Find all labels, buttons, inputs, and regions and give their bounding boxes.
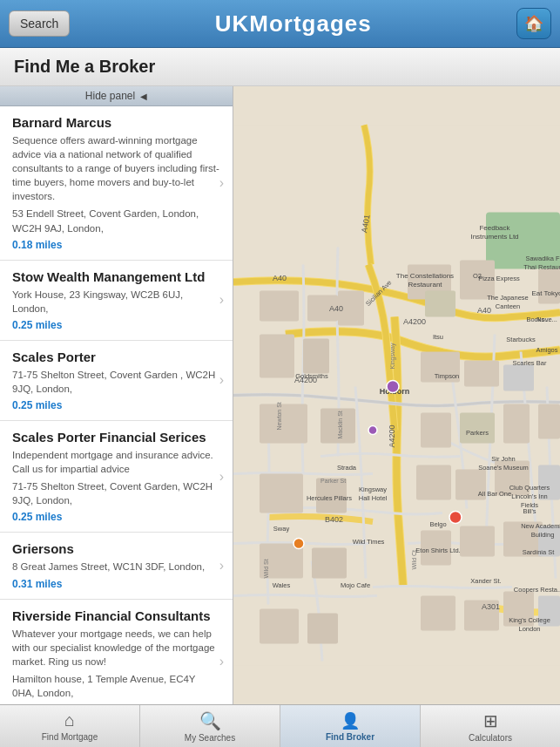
broker-address: York House, 23 Kingsway, WC2B 6UJ, Londo… bbox=[12, 288, 220, 316]
svg-text:Wild Times: Wild Times bbox=[353, 538, 385, 546]
calculators-icon: ⊞ bbox=[483, 710, 498, 731]
svg-text:London: London bbox=[518, 625, 540, 633]
svg-rect-32 bbox=[260, 609, 299, 644]
svg-text:Hercules Pillars: Hercules Pillars bbox=[307, 494, 352, 502]
svg-rect-20 bbox=[260, 474, 303, 513]
broker-distance: 0.64 miles bbox=[12, 703, 220, 704]
svg-rect-9 bbox=[425, 291, 455, 317]
broker-address: 53 Endell Street, Covent Garden, London,… bbox=[12, 207, 220, 234]
svg-text:Hall Hotel: Hall Hotel bbox=[359, 494, 388, 502]
svg-text:Strada: Strada bbox=[337, 464, 357, 472]
find-mortgage-icon: ⌂ bbox=[64, 710, 75, 730]
broker-list-item[interactable]: Griersons8 Great James Street, WC1N 3DF,… bbox=[0, 533, 233, 599]
svg-rect-33 bbox=[307, 614, 338, 644]
svg-text:Bill's: Bill's bbox=[523, 507, 536, 515]
svg-text:A40: A40 bbox=[273, 274, 287, 282]
svg-text:Timpson: Timpson bbox=[435, 372, 459, 380]
svg-rect-14 bbox=[503, 365, 534, 391]
map-area[interactable]: A401 A40 A4200 A40 A40 A4200 A4200 B402 … bbox=[233, 86, 560, 704]
svg-text:Sawadika Fine: Sawadika Fine bbox=[525, 255, 560, 262]
svg-text:Amigos: Amigos bbox=[536, 346, 557, 354]
broker-desc: Whatever your mortgage needs, we can hel… bbox=[12, 627, 220, 669]
hide-panel-bar[interactable]: Hide panel ◀ bbox=[0, 86, 233, 106]
tab-find-mortgage[interactable]: ⌂ Find Mortgage bbox=[0, 705, 140, 747]
main-content: Hide panel ◀ Barnard MarcusSequence offe… bbox=[0, 86, 560, 704]
svg-text:Macklin St: Macklin St bbox=[337, 411, 343, 438]
chevron-right-icon: › bbox=[219, 558, 224, 574]
broker-address: 8 Great James Street, WC1N 3DF, London, bbox=[12, 560, 220, 574]
broker-distance: 0.25 miles bbox=[12, 399, 220, 411]
svg-point-101 bbox=[293, 539, 304, 549]
app-header: Search UKMortgages 🏠 bbox=[0, 0, 560, 48]
svg-text:A4200: A4200 bbox=[403, 317, 426, 326]
tab-find-mortgage-label: Find Mortgage bbox=[42, 732, 98, 742]
svg-rect-29 bbox=[460, 526, 495, 557]
broker-list-item[interactable]: Scales Porter Financial SericesIndepende… bbox=[0, 421, 233, 533]
svg-point-100 bbox=[449, 512, 462, 524]
svg-text:Pizza Express: Pizza Express bbox=[478, 275, 520, 282]
svg-text:A40: A40 bbox=[329, 304, 343, 313]
broker-distance: 0.31 miles bbox=[12, 578, 220, 590]
svg-text:Building: Building bbox=[531, 531, 555, 539]
broker-name: Stow Wealth Manangement Ltd bbox=[12, 269, 220, 284]
svg-text:King's College: King's College bbox=[509, 616, 550, 624]
svg-text:Itsu: Itsu bbox=[433, 333, 443, 341]
svg-text:Eton Shirts Ltd.: Eton Shirts Ltd. bbox=[415, 547, 460, 554]
svg-text:Newton St: Newton St bbox=[276, 402, 282, 430]
broker-address: 71-75 Shelton Street, Covent Garden , WC… bbox=[12, 368, 220, 396]
home-button[interactable]: 🏠 bbox=[516, 8, 551, 39]
svg-rect-5 bbox=[303, 339, 329, 374]
broker-distance: 0.18 miles bbox=[12, 239, 220, 251]
broker-list-item[interactable]: Riverside Financial ConsultantsWhatever … bbox=[0, 600, 233, 705]
tab-bar: ⌂ Find Mortgage 🔍 My Searches 👤 Find Bro… bbox=[0, 704, 560, 747]
broker-list-panel[interactable]: Hide panel ◀ Barnard MarcusSequence offe… bbox=[0, 86, 233, 704]
broker-name: Barnard Marcus bbox=[12, 115, 220, 130]
svg-text:Xander St.: Xander St. bbox=[470, 577, 501, 585]
chevron-left-icon: ◀ bbox=[140, 92, 147, 101]
tab-find-broker[interactable]: 👤 Find Broker bbox=[280, 705, 421, 747]
svg-text:The Japanese: The Japanese bbox=[487, 294, 529, 302]
svg-text:Goldsmiths: Goldsmiths bbox=[295, 372, 328, 380]
svg-text:B402: B402 bbox=[325, 515, 343, 524]
svg-text:Belgo: Belgo bbox=[429, 520, 446, 528]
svg-text:Soane's Museum: Soane's Museum bbox=[478, 464, 529, 472]
app-title: UKMortgages bbox=[215, 10, 372, 37]
chevron-right-icon: › bbox=[219, 372, 224, 388]
svg-text:Club Quarters: Club Quarters bbox=[509, 484, 550, 492]
svg-rect-19 bbox=[538, 404, 560, 439]
broker-list-item[interactable]: Scales Porter71-75 Shelton Street, Coven… bbox=[0, 341, 233, 421]
svg-rect-10 bbox=[260, 404, 307, 444]
svg-rect-2 bbox=[260, 291, 299, 322]
svg-text:The Constellations: The Constellations bbox=[396, 272, 454, 280]
broker-address: Hamilton house, 1 Temple Avenue, EC4Y 0H… bbox=[12, 672, 220, 700]
svg-rect-18 bbox=[503, 404, 530, 444]
chevron-right-icon: › bbox=[219, 175, 224, 191]
svg-text:Kingsway: Kingsway bbox=[389, 343, 396, 369]
svg-text:Coopers Resta...: Coopers Resta... bbox=[514, 586, 560, 594]
tab-my-searches-label: My Searches bbox=[185, 733, 235, 743]
svg-rect-13 bbox=[464, 361, 499, 387]
page-title-bar: Find Me a Broker bbox=[0, 48, 560, 86]
tab-calculators[interactable]: ⊞ Calculators bbox=[421, 705, 560, 747]
broker-address: 71-75 Shelton Street, Covent Garden, WC2… bbox=[12, 479, 220, 507]
find-broker-icon: 👤 bbox=[341, 711, 360, 730]
svg-text:Sardinia St: Sardinia St bbox=[523, 548, 556, 556]
search-button[interactable]: Search bbox=[9, 10, 70, 37]
svg-text:Parkers: Parkers bbox=[466, 429, 489, 437]
svg-rect-4 bbox=[260, 335, 294, 378]
svg-text:Restaurant: Restaurant bbox=[408, 281, 442, 289]
svg-text:Wales: Wales bbox=[273, 581, 291, 589]
svg-text:Instruments Ltd: Instruments Ltd bbox=[470, 233, 518, 241]
svg-text:Scarles Bar: Scarles Bar bbox=[513, 359, 547, 367]
broker-list-item[interactable]: Barnard MarcusSequence offers award-winn… bbox=[0, 106, 233, 261]
svg-text:Thai Restaurant: Thai Restaurant bbox=[523, 263, 560, 271]
broker-name: Riverside Financial Consultants bbox=[12, 608, 220, 623]
tab-my-searches[interactable]: 🔍 My Searches bbox=[140, 705, 280, 747]
svg-rect-34 bbox=[421, 596, 455, 631]
home-icon: 🏠 bbox=[524, 14, 543, 33]
svg-rect-27 bbox=[312, 548, 347, 579]
broker-name: Scales Porter bbox=[12, 350, 220, 364]
svg-text:A4200: A4200 bbox=[388, 424, 396, 447]
broker-list-item[interactable]: Stow Wealth Manangement LtdYork House, 2… bbox=[0, 261, 233, 341]
svg-text:A301: A301 bbox=[482, 602, 500, 611]
